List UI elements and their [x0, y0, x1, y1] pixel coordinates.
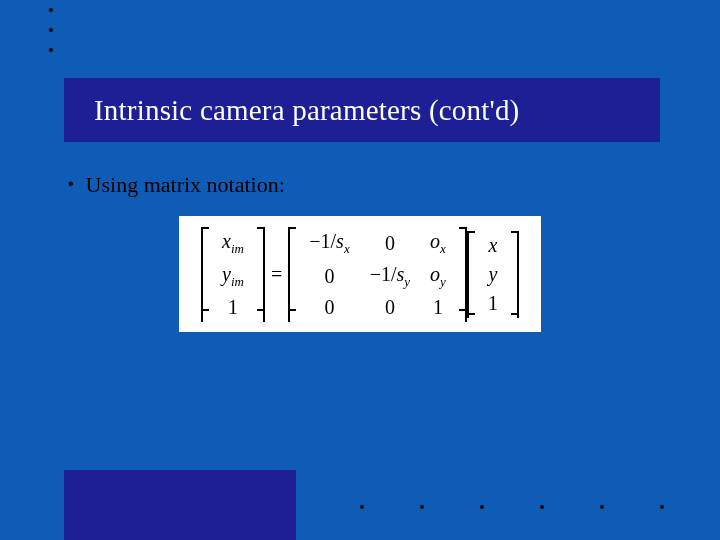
title-bar: Intrinsic camera parameters (cont'd) [64, 78, 660, 142]
lhs-vector: xim yim 1 [212, 227, 254, 322]
slide-title: Intrinsic camera parameters (cont'd) [94, 94, 519, 127]
decor-dot [49, 8, 53, 12]
decor-dot [660, 505, 664, 509]
decor-dot [420, 505, 424, 509]
rhs-vector: x y 1 [478, 231, 508, 318]
bullet-item: • Using matrix notation: [68, 172, 285, 198]
decor-dot [540, 505, 544, 509]
decor-footer-box [64, 470, 296, 540]
decor-dot [480, 505, 484, 509]
decor-dot [49, 48, 53, 52]
equation: xim yim 1 = −1/sx 0 ox 0 −1/sy oy [179, 216, 541, 332]
bullet-marker: • [68, 175, 74, 193]
equals-sign: = [271, 263, 282, 286]
center-matrix: −1/sx 0 ox 0 −1/sy oy 0 0 1 [299, 227, 456, 322]
decor-dot [49, 28, 53, 32]
decor-dot [600, 505, 604, 509]
bullet-text: Using matrix notation: [86, 172, 285, 198]
decor-dot [360, 505, 364, 509]
